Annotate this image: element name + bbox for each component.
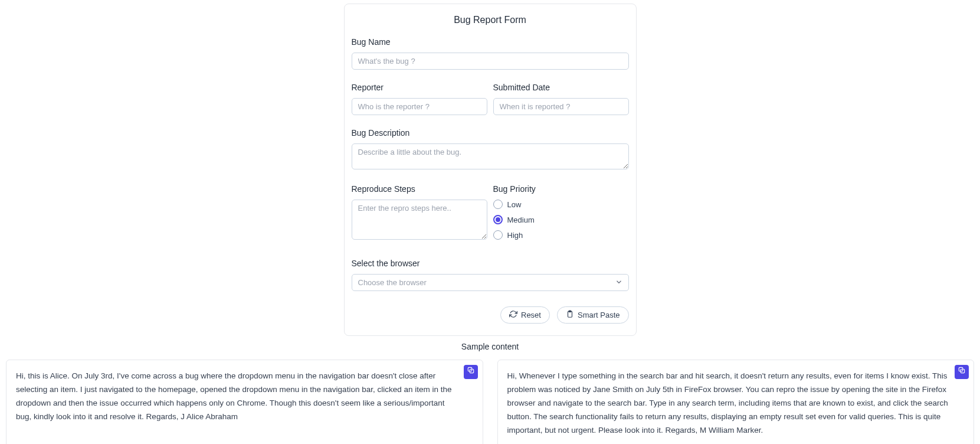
priority-high[interactable]: High	[493, 230, 629, 240]
priority-label: Bug Priority	[493, 184, 629, 194]
copy-icon	[958, 365, 966, 379]
priority-low-label: Low	[507, 200, 522, 209]
smart-paste-button-label: Smart Paste	[578, 311, 620, 319]
reporter-input[interactable]	[352, 98, 487, 115]
reporter-field: Reporter	[352, 83, 487, 115]
form-title: Bug Report Form	[352, 15, 629, 25]
bug-name-input[interactable]	[352, 53, 629, 70]
description-textarea[interactable]	[352, 143, 629, 169]
bug-report-card: Bug Report Form Bug Name Reporter Submit…	[344, 4, 637, 336]
browser-select[interactable]: Choose the browser	[352, 274, 629, 291]
submitted-date-field: Submitted Date	[493, 83, 629, 115]
description-label: Bug Description	[352, 128, 629, 138]
sample-card: Hi, this is Alice. On July 3rd, I've com…	[6, 360, 483, 444]
browser-label: Select the browser	[352, 259, 629, 268]
clipboard-icon	[566, 310, 574, 320]
bug-name-field: Bug Name	[352, 37, 629, 70]
sample-text: Hi, Whenever I type something in the sea…	[507, 370, 950, 438]
submitted-date-input[interactable]	[493, 98, 629, 115]
repro-label: Reproduce Steps	[352, 184, 487, 194]
copy-button[interactable]	[955, 365, 969, 379]
bug-name-label: Bug Name	[352, 37, 629, 47]
radio-icon	[493, 200, 503, 209]
description-field: Bug Description	[352, 128, 629, 171]
priority-medium[interactable]: Medium	[493, 215, 629, 224]
repro-textarea[interactable]	[352, 200, 487, 240]
radio-icon	[493, 215, 503, 224]
reporter-label: Reporter	[352, 83, 487, 92]
smart-paste-button[interactable]: Smart Paste	[557, 306, 629, 324]
reset-button[interactable]: Reset	[500, 306, 550, 324]
priority-medium-label: Medium	[507, 216, 535, 224]
browser-field: Select the browser Choose the browser	[352, 259, 629, 291]
sample-card: Hi, Whenever I type something in the sea…	[497, 360, 975, 444]
priority-high-label: High	[507, 231, 523, 240]
sample-heading: Sample content	[0, 342, 980, 351]
sample-text: Hi, this is Alice. On July 3rd, I've com…	[16, 370, 459, 424]
reset-button-label: Reset	[521, 311, 541, 319]
radio-icon	[493, 230, 503, 240]
submitted-date-label: Submitted Date	[493, 83, 629, 92]
copy-icon	[467, 365, 475, 379]
copy-button[interactable]	[464, 365, 478, 379]
refresh-icon	[509, 310, 517, 320]
priority-low[interactable]: Low	[493, 200, 629, 209]
repro-field: Reproduce Steps	[352, 184, 487, 246]
priority-field: Bug Priority Low Medium High	[493, 184, 629, 246]
